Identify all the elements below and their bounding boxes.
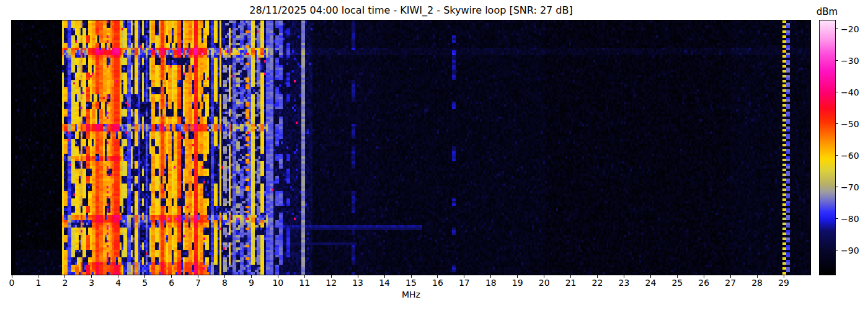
x-tick-label: 6 [159, 278, 184, 288]
x-tick-label: 10 [265, 278, 290, 288]
x-tick-label: 13 [345, 278, 370, 288]
x-tick-label: 8 [212, 278, 237, 288]
colorbar-label: dBm [807, 6, 847, 17]
colorbar-tick-label: −20 [841, 25, 868, 33]
colorbar-tick-mark [836, 123, 838, 124]
x-tick-label: 20 [532, 278, 557, 288]
colorbar [819, 20, 836, 275]
x-tick-label: 11 [292, 278, 317, 288]
x-tick-label: 7 [186, 278, 211, 288]
x-tick-label: 1 [26, 278, 51, 288]
x-tick-label: 24 [638, 278, 663, 288]
x-tick-label: 27 [718, 278, 743, 288]
x-tick-label: 29 [771, 278, 796, 288]
x-tick-label: 9 [239, 278, 264, 288]
x-tick-label: 2 [53, 278, 78, 288]
x-tick-label: 0 [0, 278, 24, 288]
colorbar-tick-label: −90 [841, 246, 868, 255]
x-tick-label: 19 [505, 278, 530, 288]
colorbar-tick-mark [836, 92, 838, 92]
colorbar-tick-mark [836, 187, 838, 187]
waterfall-canvas [12, 20, 810, 275]
colorbar-tick-mark [836, 218, 838, 219]
colorbar-tick-label: −70 [841, 183, 868, 192]
colorbar-tick-mark [836, 60, 838, 61]
colorbar-tick-mark [836, 155, 838, 156]
x-tick-label: 15 [399, 278, 423, 288]
x-tick-label: 12 [319, 278, 343, 288]
x-tick-label: 23 [611, 278, 636, 288]
plot-area [11, 20, 811, 275]
colorbar-tick-label: −40 [841, 88, 868, 97]
x-tick-label: 22 [585, 278, 610, 288]
colorbar-tick-label: −80 [841, 215, 868, 223]
x-tick-label: 5 [133, 278, 157, 288]
colorbar-tick-mark [836, 250, 838, 250]
x-tick-label: 14 [372, 278, 397, 288]
x-tick-label: 3 [79, 278, 104, 288]
spectrogram-figure: 28/11/2025 04:00 local time - KIWI_2 - S… [0, 0, 868, 310]
x-tick-label: 16 [425, 278, 450, 288]
x-tick-label: 18 [479, 278, 503, 288]
x-axis-label: MHz [12, 290, 810, 299]
x-tick-label: 28 [745, 278, 769, 288]
x-tick-label: 4 [106, 278, 131, 288]
colorbar-tick-mark [836, 29, 838, 29]
x-tick-label: 21 [559, 278, 583, 288]
colorbar-tick-label: −30 [841, 56, 868, 65]
x-tick-label: 17 [452, 278, 477, 288]
chart-title: 28/11/2025 04:00 local time - KIWI_2 - S… [12, 4, 810, 16]
colorbar-canvas [820, 20, 835, 275]
x-tick-label: 25 [665, 278, 689, 288]
colorbar-tick-label: −60 [841, 151, 868, 160]
x-tick-label: 26 [691, 278, 716, 288]
colorbar-tick-label: −50 [841, 120, 868, 128]
